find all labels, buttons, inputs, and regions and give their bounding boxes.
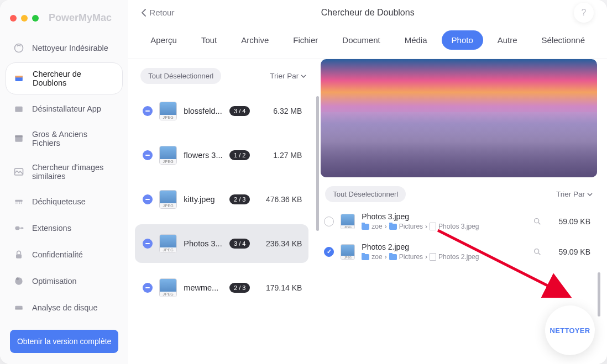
group-name: mewme... [184, 283, 223, 292]
tab-autre[interactable]: Autre [488, 30, 527, 50]
count-badge: 2 / 3 [229, 194, 250, 204]
checkbox[interactable] [324, 247, 334, 257]
back-button[interactable]: Retour [142, 8, 174, 17]
close-icon[interactable] [10, 15, 17, 22]
search-icon[interactable] [533, 217, 542, 226]
chevron-down-icon [301, 75, 306, 78]
groups-panel: Tout Déselectionnerl Trier Par JPEG blos… [128, 59, 316, 364]
group-size: 476.36 KB [257, 195, 302, 204]
deselect-icon[interactable] [143, 283, 153, 293]
deselect-all-files-button[interactable]: Tout Déselectionnerl [325, 186, 406, 202]
deselect-icon[interactable] [143, 239, 153, 249]
svg-point-14 [535, 218, 539, 223]
file-list: JPEG Photos 3.jpeg zoe › Pictures › [321, 208, 597, 312]
count-badge: 2 / 3 [229, 283, 250, 293]
clean-button[interactable]: NETTOYER [545, 305, 595, 355]
deselect-all-button[interactable]: Tout Déselectionnerl [140, 68, 221, 84]
page-title: Chercheur de Doublons [321, 8, 415, 18]
group-size: 1.27 MB [257, 151, 302, 160]
svg-rect-13 [15, 309, 22, 310]
file-path: zoe › Pictures › Photos 2.jpeg [362, 253, 526, 261]
groups-filter: Tout Déselectionnerl Trier Par [135, 66, 312, 92]
deselect-icon[interactable] [143, 150, 153, 160]
lock-icon [13, 249, 24, 260]
app-window: PowerMyMac Nettoyeur Indésirable Cherche… [0, 0, 607, 364]
sidebar-item-label: Extensions [32, 224, 71, 233]
file-row[interactable]: JPEG Photos 3.jpeg zoe › Pictures › [321, 208, 594, 235]
group-name: flowers 3... [184, 151, 223, 160]
group-row[interactable]: JPEG kitty.jpeg 2 / 3 476.36 KB [135, 180, 308, 219]
sidebar-item-label: Nettoyeur Indésirable [32, 44, 108, 52]
junk-icon [13, 43, 24, 54]
sidebar-item-label: Désinstallateur App [32, 104, 101, 113]
checkbox[interactable] [324, 217, 334, 226]
maximize-icon[interactable] [32, 15, 39, 22]
svg-rect-5 [15, 135, 22, 137]
sort-label: Trier Par [270, 72, 299, 80]
group-size: 179.14 KB [257, 283, 302, 292]
tab-archive[interactable]: Archive [231, 30, 279, 50]
sidebar-item-junk[interactable]: Nettoyeur Indésirable [6, 36, 123, 60]
group-name: kitty.jpeg [184, 195, 223, 204]
scrollbar[interactable] [598, 272, 600, 316]
sort-label: Trier Par [556, 190, 585, 198]
file-name: Photos 3.jpeg [362, 212, 526, 221]
sidebar-item-similar-images[interactable]: Chercheur d'images similaires [6, 156, 123, 187]
files-filter: Tout Déselectionnerl Trier Par [321, 177, 597, 208]
tab-apercu[interactable]: Aperçu [140, 30, 187, 50]
svg-rect-2 [15, 76, 23, 77]
file-icon [430, 223, 436, 230]
file-row[interactable]: JPEG Photos 2.jpeg zoe › Pictures › [321, 238, 594, 265]
tab-fichier[interactable]: Fichier [283, 30, 328, 50]
group-row[interactable]: JPEG mewme... 2 / 3 179.14 KB [135, 268, 308, 307]
file-thumbnail: JPEG [341, 214, 355, 229]
upgrade-button[interactable]: Obtenir la version complète [10, 330, 118, 353]
sidebar-item-label: Chercheur de Doublons [33, 70, 114, 87]
brand-label: PowerMyMac [49, 12, 112, 24]
shredder-icon [13, 196, 24, 207]
tab-selectionne[interactable]: Sélectionné [532, 30, 595, 50]
group-row[interactable]: JPEG Photos 3... 3 / 4 236.34 KB [135, 224, 308, 263]
tab-photo[interactable]: Photo [442, 30, 483, 50]
tab-document[interactable]: Document [332, 30, 390, 50]
file-name: Photos 2.jpeg [362, 242, 526, 251]
file-icon [430, 253, 436, 261]
group-row[interactable]: JPEG flowers 3... 1 / 2 1.27 MB [135, 136, 308, 175]
sidebar-item-disk[interactable]: Analyse de disque [6, 296, 123, 320]
groups-list: JPEG blossfeld... 3 / 4 6.32 MB JPEG flo… [135, 92, 312, 357]
extensions-icon [13, 223, 24, 234]
sidebar-item-privacy[interactable]: Confidentialité [6, 242, 123, 267]
header: Retour Chercheur de Doublons ? [128, 0, 607, 25]
disk-icon [13, 302, 24, 313]
folder-icon [389, 254, 397, 260]
sidebar-item-label: Chercheur d'images similaires [32, 163, 115, 181]
svg-rect-7 [15, 200, 22, 202]
sidebar-item-optimize[interactable]: Optimisation [6, 269, 123, 293]
search-icon[interactable] [533, 247, 542, 256]
tab-media[interactable]: Média [395, 30, 437, 50]
minimize-icon[interactable] [21, 15, 28, 22]
sort-files-button[interactable]: Trier Par [556, 190, 593, 198]
sidebar-item-extensions[interactable]: Extensions [6, 216, 123, 240]
folder-icon [362, 254, 369, 260]
file-path: zoe › Pictures › Photos 3.jpeg [362, 223, 526, 230]
sidebar-item-duplicates[interactable]: Chercheur de Doublons [6, 62, 123, 94]
svg-rect-3 [15, 107, 22, 112]
svg-rect-8 [15, 226, 19, 230]
sidebar-item-uninstaller[interactable]: Désinstallateur App [6, 97, 123, 121]
sidebar-item-shredder[interactable]: Déchiqueteuse [6, 189, 123, 214]
sidebar-item-label: Gros & Anciens Fichiers [32, 130, 115, 147]
optimize-icon [13, 276, 24, 287]
sidebar-item-large-files[interactable]: Gros & Anciens Fichiers [6, 123, 123, 154]
count-badge: 1 / 2 [229, 150, 250, 160]
sort-button[interactable]: Trier Par [270, 72, 306, 80]
group-row[interactable]: JPEG blossfeld... 3 / 4 6.32 MB [135, 92, 308, 130]
main-panel: Retour Chercheur de Doublons ? Aperçu To… [128, 0, 607, 364]
svg-rect-9 [16, 254, 22, 259]
help-button[interactable]: ? [574, 3, 594, 23]
thumbnail: JPEG [159, 190, 177, 209]
tab-tout[interactable]: Tout [191, 30, 227, 50]
deselect-icon[interactable] [143, 194, 153, 204]
thumbnail: JPEG [159, 146, 177, 165]
deselect-icon[interactable] [143, 106, 153, 116]
